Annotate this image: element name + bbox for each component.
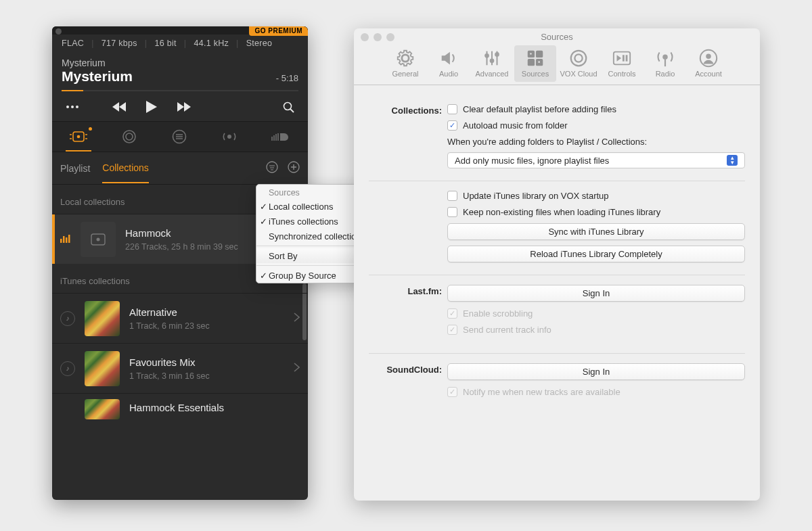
- source-tabs: [52, 121, 308, 152]
- svg-point-61: [706, 53, 711, 59]
- music-note-icon: ♪: [60, 361, 75, 376]
- checkbox-icon: ✓: [447, 325, 457, 335]
- track-title: Mysterium: [62, 68, 133, 85]
- tab-label: Sources: [522, 70, 549, 78]
- player-titlebar[interactable]: GO PREMIUM: [52, 26, 308, 34]
- svg-rect-37: [68, 235, 70, 243]
- tab-advanced[interactable]: Advanced: [471, 45, 513, 82]
- svg-point-45: [495, 53, 499, 56]
- checkbox-label: Autoload music from folder: [463, 120, 568, 131]
- svg-marker-3: [112, 102, 119, 112]
- menu-item-label: Sort By: [269, 251, 298, 261]
- section-soundcloud-label: SoundCloud:: [369, 363, 447, 403]
- samplerate-label: 44.1 kHz: [194, 39, 229, 48]
- bitdepth-label: 16 bit: [154, 39, 176, 48]
- close-dot-icon[interactable]: [55, 28, 62, 34]
- source-tab-loop-icon[interactable]: [118, 122, 141, 152]
- section-lastfm-label: Last.fm:: [369, 285, 447, 341]
- checkbox-update-itunes[interactable]: Update iTunes library on VOX startup: [447, 191, 745, 201]
- svg-point-1: [71, 106, 74, 108]
- progress-bar[interactable]: [62, 90, 298, 91]
- update-dot-icon: [89, 127, 92, 131]
- svg-rect-57: [626, 55, 628, 61]
- prefs-titlebar[interactable]: Sources: [354, 28, 760, 45]
- checkbox-icon: [447, 104, 457, 114]
- progress-fill: [62, 90, 83, 91]
- traffic-lights[interactable]: [361, 33, 394, 41]
- svg-marker-7: [184, 102, 191, 112]
- svg-point-58: [662, 54, 668, 60]
- next-track-icon[interactable]: [177, 102, 191, 112]
- album-art-icon: [85, 301, 120, 336]
- svg-point-11: [76, 135, 80, 139]
- tab-label: Account: [695, 70, 722, 78]
- collection-row[interactable]: ♪ Alternative 1 Track, 6 min 23 sec: [52, 293, 308, 343]
- checkbox-send-track-info: ✓ Send current track info: [447, 325, 745, 335]
- section-collections-label: Collections:: [369, 104, 447, 168]
- tab-label: Controls: [608, 70, 636, 78]
- checkbox-autoload[interactable]: ✓ Autoload music from folder: [447, 120, 745, 131]
- svg-point-51: [538, 61, 540, 63]
- svg-point-50: [530, 53, 532, 55]
- tab-collections[interactable]: Collections: [102, 154, 148, 183]
- checkbox-clear-default[interactable]: Clear default playlist before adding fil…: [447, 104, 745, 114]
- collection-title: Alternative: [129, 306, 294, 318]
- checkbox-icon: ✓: [447, 387, 457, 397]
- reload-itunes-button[interactable]: Reload iTunes Library Completely: [447, 246, 745, 262]
- checkbox-icon: [447, 191, 457, 201]
- checkbox-notify-new-tracks: ✓ Notify me when new tracks are availabl…: [447, 387, 745, 397]
- svg-rect-54: [614, 52, 630, 65]
- collection-row[interactable]: ♪ Favourites Mix 1 Track, 3 min 16 sec: [52, 343, 308, 393]
- more-actions-icon[interactable]: [66, 105, 79, 109]
- album-art-placeholder-icon: [81, 222, 116, 257]
- sync-itunes-button[interactable]: Sync with iTunes Library: [447, 223, 745, 240]
- svg-point-27: [267, 162, 277, 172]
- svg-marker-5: [146, 101, 157, 113]
- tab-playlist[interactable]: Playlist: [60, 154, 90, 183]
- tab-label: Radio: [656, 70, 675, 78]
- svg-point-44: [491, 59, 494, 62]
- now-playing-icon: [60, 233, 74, 245]
- previous-track-icon[interactable]: [112, 102, 126, 112]
- svg-rect-47: [536, 51, 543, 57]
- svg-rect-36: [66, 237, 68, 243]
- tab-controls[interactable]: Controls: [601, 45, 643, 82]
- tab-sources[interactable]: Sources: [514, 45, 556, 82]
- svg-rect-56: [623, 55, 625, 61]
- checkbox-label: Send current track info: [463, 325, 551, 335]
- tab-label: VOX Cloud: [560, 70, 597, 78]
- tab-label: Advanced: [476, 70, 509, 78]
- checkbox-label: Keep non-existing files when loading iTu…: [463, 207, 660, 217]
- tab-label: Audio: [439, 70, 458, 78]
- svg-marker-4: [119, 102, 126, 112]
- source-tab-queue-icon[interactable]: [168, 122, 191, 152]
- svg-marker-6: [177, 102, 184, 112]
- window-title: Sources: [541, 32, 573, 42]
- tab-account[interactable]: Account: [687, 45, 729, 82]
- tab-radio[interactable]: Radio: [644, 45, 686, 82]
- folder-add-mode-select[interactable]: Add only music files, ignore playlist fi…: [447, 152, 745, 168]
- play-icon[interactable]: [146, 101, 157, 113]
- checkbox-keep-nonexisting[interactable]: Keep non-existing files when loading iTu…: [447, 207, 745, 217]
- svg-point-43: [485, 54, 489, 57]
- checkbox-icon: ✓: [447, 308, 457, 319]
- checkbox-label: Update iTunes library on VOX startup: [463, 191, 609, 201]
- tab-vox-cloud[interactable]: VOX Cloud: [558, 45, 600, 82]
- svg-point-39: [97, 237, 100, 241]
- tab-general[interactable]: General: [384, 45, 426, 82]
- format-label: FLAC: [62, 39, 84, 48]
- search-icon[interactable]: [283, 101, 294, 113]
- svg-point-17: [126, 133, 133, 140]
- collection-row[interactable]: ♪ Hammock Essentials: [52, 393, 308, 424]
- go-premium-badge[interactable]: GO PREMIUM: [249, 26, 308, 36]
- prefs-toolbar: General Audio Advanced Sources VOX Cloud…: [354, 45, 760, 85]
- tab-audio[interactable]: Audio: [428, 45, 470, 82]
- time-remaining: - 5:18: [276, 73, 298, 83]
- source-tab-radio-icon[interactable]: [218, 122, 241, 152]
- lastfm-signin-button[interactable]: Sign In: [447, 285, 745, 302]
- source-tab-soundcloud-icon[interactable]: [267, 122, 294, 152]
- source-tab-collections-icon[interactable]: [66, 122, 91, 152]
- soundcloud-signin-button[interactable]: Sign In: [447, 363, 745, 380]
- filter-icon[interactable]: [266, 161, 278, 175]
- add-icon[interactable]: [288, 161, 300, 175]
